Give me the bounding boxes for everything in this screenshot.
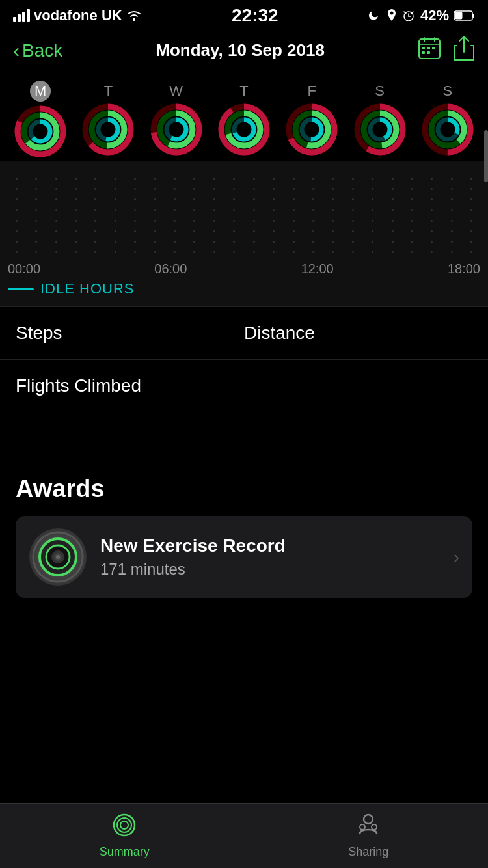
svg-rect-1 — [18, 14, 21, 22]
week-row: M T W — [0, 74, 488, 161]
svg-rect-11 — [472, 14, 474, 18]
time-labels: 00:00 06:00 12:00 18:00 — [7, 258, 481, 277]
award-chevron-icon: › — [454, 547, 459, 567]
day-col-f[interactable]: F — [286, 83, 338, 156]
flights-label: Flights Climbed — [16, 375, 472, 396]
stats-section: Steps Distance — [0, 307, 488, 360]
tab-summary[interactable]: Summary — [100, 813, 150, 859]
distance-label: Distance — [244, 323, 472, 344]
tab-sharing[interactable]: Sharing — [348, 813, 388, 859]
award-subtitle: 171 minutes — [100, 560, 441, 578]
svg-rect-18 — [427, 47, 430, 49]
idle-legend: IDLE HOURS — [7, 277, 481, 300]
tab-summary-label: Summary — [100, 845, 150, 859]
award-info-exercise: New Exercise Record 171 minutes — [100, 536, 441, 578]
back-chevron-icon: ‹ — [13, 40, 20, 62]
svg-line-8 — [404, 12, 406, 14]
share-icon[interactable] — [453, 35, 475, 66]
summary-tab-icon — [112, 813, 137, 843]
tab-bar: Summary Sharing — [0, 803, 488, 868]
svg-point-77 — [360, 824, 365, 830]
dot-grid — [7, 173, 481, 258]
steps-block[interactable]: Steps — [16, 323, 244, 349]
day-col-w[interactable]: W — [150, 83, 202, 156]
day-col-s2[interactable]: S — [422, 83, 474, 156]
day-col-t2[interactable]: T — [218, 83, 270, 156]
day-letter-m: M — [30, 81, 51, 102]
day-col-m[interactable]: M — [14, 81, 66, 157]
flights-section[interactable]: Flights Climbed — [0, 360, 488, 459]
svg-rect-2 — [22, 12, 25, 22]
svg-rect-17 — [422, 47, 425, 49]
chart-section: 00:00 06:00 12:00 18:00 IDLE HOURS — [0, 161, 488, 307]
svg-rect-20 — [422, 51, 425, 54]
activity-ring-s1 — [354, 103, 406, 156]
status-carrier: vodafone UK — [13, 7, 142, 24]
activity-ring-t2 — [218, 103, 270, 156]
sharing-tab-icon — [356, 813, 381, 843]
activity-ring-m — [14, 105, 66, 157]
day-letter-s1: S — [375, 83, 385, 100]
stats-row: Steps Distance — [16, 323, 472, 349]
steps-label: Steps — [16, 323, 244, 344]
svg-point-72 — [56, 555, 60, 559]
svg-point-76 — [364, 815, 373, 824]
svg-rect-12 — [455, 12, 462, 20]
svg-rect-19 — [432, 47, 435, 49]
day-col-t1[interactable]: T — [82, 83, 134, 156]
svg-point-78 — [372, 824, 377, 830]
activity-ring-w — [150, 103, 202, 156]
time-label-0600: 06:00 — [154, 262, 187, 277]
day-col-s1[interactable]: S — [354, 83, 406, 156]
time-label-1800: 18:00 — [448, 262, 480, 277]
activity-ring-s2 — [422, 103, 474, 156]
back-button[interactable]: ‹ Back — [13, 40, 62, 62]
distance-block[interactable]: Distance — [244, 323, 472, 349]
idle-hours-label: IDLE HOURS — [40, 280, 134, 297]
awards-title: Awards — [16, 475, 472, 503]
svg-rect-3 — [27, 9, 30, 22]
status-bar: vodafone UK 22:32 42% — [0, 0, 488, 29]
header: ‹ Back Monday, 10 Sep 2018 — [0, 29, 488, 74]
status-icons: 42% — [368, 7, 475, 24]
activity-ring-t1 — [82, 103, 134, 156]
back-label: Back — [22, 40, 62, 61]
svg-rect-0 — [13, 17, 16, 22]
tab-sharing-label: Sharing — [348, 845, 388, 859]
svg-line-9 — [411, 12, 413, 14]
award-card-exercise[interactable]: New Exercise Record 171 minutes › — [16, 516, 472, 598]
chart-area — [7, 173, 481, 258]
status-time: 22:32 — [232, 5, 278, 26]
header-actions — [418, 35, 475, 66]
day-letter-f: F — [308, 83, 316, 100]
svg-rect-21 — [427, 51, 430, 54]
award-icon-exercise — [29, 528, 87, 586]
time-label-1200: 12:00 — [301, 262, 334, 277]
header-title: Monday, 10 Sep 2018 — [156, 40, 325, 61]
day-letter-s2: S — [442, 83, 452, 100]
svg-point-4 — [390, 12, 393, 15]
day-letter-w: W — [169, 83, 183, 100]
award-name: New Exercise Record — [100, 536, 441, 556]
scrollbar[interactable] — [484, 130, 488, 182]
svg-point-75 — [120, 821, 128, 829]
idle-line-icon — [8, 288, 34, 290]
day-letter-t2: T — [239, 83, 248, 100]
awards-section: Awards New Exer — [0, 459, 488, 614]
day-letter-t1: T — [104, 83, 113, 100]
time-label-0000: 00:00 — [8, 262, 40, 277]
svg-point-74 — [117, 818, 131, 832]
activity-ring-f — [286, 103, 338, 156]
calendar-icon[interactable] — [418, 36, 441, 64]
